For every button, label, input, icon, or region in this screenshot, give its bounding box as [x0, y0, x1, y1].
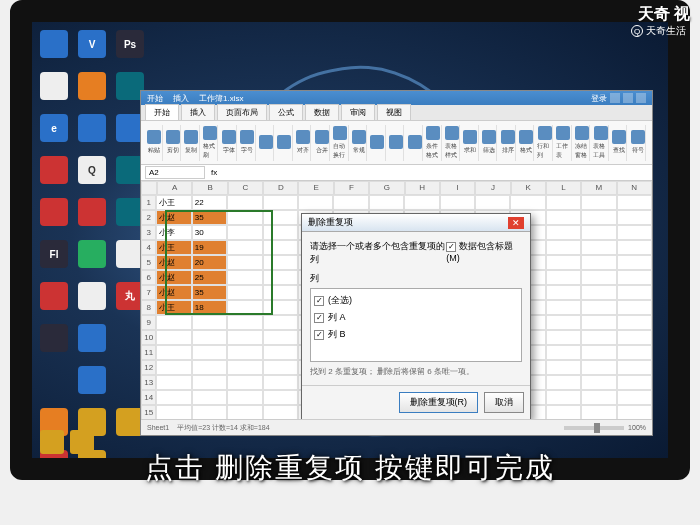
cell[interactable] — [333, 195, 368, 210]
column-header[interactable]: B — [192, 181, 227, 195]
ribbon-button[interactable]: 对齐 — [296, 125, 312, 161]
fx-icon[interactable]: fx — [211, 168, 217, 177]
cell[interactable] — [263, 330, 298, 345]
cell[interactable] — [156, 375, 191, 390]
cell[interactable] — [617, 375, 652, 390]
desktop-icon[interactable] — [40, 198, 68, 226]
column-header[interactable]: A — [157, 181, 192, 195]
column-header[interactable]: L — [546, 181, 581, 195]
cell[interactable] — [546, 210, 581, 225]
cell[interactable] — [546, 225, 581, 240]
list-item[interactable]: ✓列 A — [314, 309, 518, 326]
ribbon-button[interactable] — [370, 125, 386, 161]
cell[interactable] — [227, 255, 262, 270]
cell[interactable] — [581, 405, 616, 419]
row-header[interactable]: 2 — [141, 210, 156, 225]
cell[interactable] — [581, 375, 616, 390]
cell[interactable]: 小赵 — [156, 285, 191, 300]
cell[interactable] — [227, 330, 262, 345]
cell[interactable] — [581, 225, 616, 240]
cell[interactable] — [227, 300, 262, 315]
cell[interactable] — [192, 330, 227, 345]
desktop-icon[interactable] — [40, 282, 68, 310]
cell[interactable] — [546, 285, 581, 300]
desktop-icon[interactable] — [78, 366, 106, 394]
sheet-tab[interactable]: Sheet1 — [147, 424, 169, 431]
cell[interactable] — [581, 240, 616, 255]
cell[interactable] — [156, 360, 191, 375]
column-header[interactable]: G — [369, 181, 404, 195]
cell[interactable] — [617, 195, 652, 210]
column-header[interactable]: H — [405, 181, 440, 195]
cell[interactable] — [263, 375, 298, 390]
cell[interactable] — [617, 270, 652, 285]
cell[interactable] — [227, 360, 262, 375]
cell[interactable] — [227, 405, 262, 419]
zoom-level[interactable]: 100% — [628, 424, 646, 431]
cell[interactable] — [192, 360, 227, 375]
list-item[interactable]: ✓(全选) — [314, 292, 518, 309]
ribbon-tab[interactable]: 数据 — [305, 104, 339, 120]
row-header[interactable]: 3 — [141, 225, 156, 240]
header-checkbox-label[interactable]: ✓ 数据包含标题(M) — [446, 240, 522, 266]
cell[interactable] — [227, 315, 262, 330]
row-header[interactable]: 5 — [141, 255, 156, 270]
cell[interactable]: 小李 — [156, 225, 191, 240]
row-header[interactable]: 12 — [141, 360, 156, 375]
desktop-icon[interactable] — [40, 30, 68, 58]
desktop-icon[interactable] — [40, 156, 68, 184]
ribbon-tab[interactable]: 页面布局 — [217, 104, 267, 120]
cell[interactable] — [581, 270, 616, 285]
cell[interactable] — [263, 240, 298, 255]
ribbon-tab[interactable]: 插入 — [181, 104, 215, 120]
cell[interactable] — [510, 195, 545, 210]
cell[interactable] — [192, 315, 227, 330]
cell[interactable]: 35 — [192, 210, 227, 225]
cell[interactable] — [475, 195, 510, 210]
column-header[interactable]: E — [298, 181, 333, 195]
cell[interactable]: 25 — [192, 270, 227, 285]
ribbon-button[interactable]: 剪切 — [166, 125, 182, 161]
cell[interactable] — [581, 210, 616, 225]
row-header[interactable]: 7 — [141, 285, 156, 300]
ribbon-button[interactable] — [277, 125, 293, 161]
row-header[interactable]: 4 — [141, 240, 156, 255]
column-header[interactable]: C — [228, 181, 263, 195]
desktop-icon[interactable]: Q — [78, 156, 106, 184]
cell[interactable] — [617, 225, 652, 240]
ok-button[interactable]: 删除重复项(R) — [399, 392, 479, 413]
dialog-close-button[interactable]: ✕ — [508, 217, 524, 229]
cell[interactable] — [298, 195, 333, 210]
cell[interactable] — [227, 345, 262, 360]
cell[interactable] — [263, 360, 298, 375]
zoom-slider[interactable] — [564, 426, 624, 430]
minimize-button[interactable] — [610, 93, 620, 103]
cell[interactable] — [263, 255, 298, 270]
ribbon-button[interactable]: 符号 — [630, 125, 646, 161]
ribbon-button[interactable]: 格式刷 — [203, 125, 219, 161]
ribbon-button[interactable]: 筛选 — [482, 125, 498, 161]
cell[interactable] — [227, 195, 262, 210]
maximize-button[interactable] — [623, 93, 633, 103]
cancel-button[interactable]: 取消 — [484, 392, 524, 413]
cell[interactable] — [581, 360, 616, 375]
ribbon-button[interactable]: 排序 — [500, 125, 516, 161]
cell[interactable]: 30 — [192, 225, 227, 240]
ribbon-button[interactable]: 字体 — [221, 125, 237, 161]
desktop-icon[interactable]: Ps — [116, 30, 144, 58]
cell[interactable] — [156, 390, 191, 405]
column-header[interactable]: I — [440, 181, 475, 195]
cell[interactable] — [581, 300, 616, 315]
cell[interactable] — [617, 345, 652, 360]
ribbon-button[interactable]: 字号 — [240, 125, 256, 161]
cell[interactable] — [263, 345, 298, 360]
cell[interactable] — [227, 390, 262, 405]
column-header[interactable]: D — [263, 181, 298, 195]
cell[interactable]: 小王 — [156, 300, 191, 315]
ribbon-button[interactable]: 工作表 — [556, 125, 572, 161]
cell[interactable] — [546, 240, 581, 255]
cell[interactable] — [581, 195, 616, 210]
ribbon-tab[interactable]: 开始 — [145, 104, 179, 120]
cell[interactable] — [546, 300, 581, 315]
cell[interactable]: 22 — [192, 195, 227, 210]
